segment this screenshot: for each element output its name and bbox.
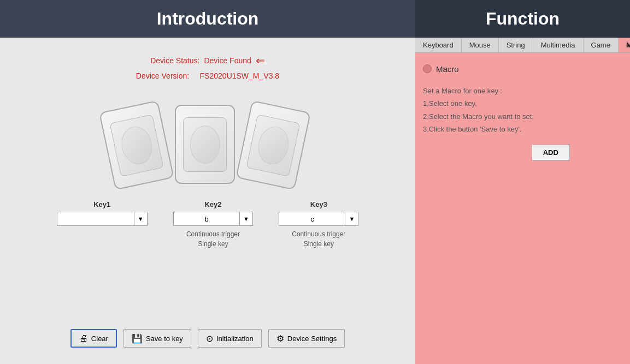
- macro-title: Macro: [436, 64, 459, 74]
- keyboard-image: [104, 91, 311, 184]
- func-header: Function: [415, 0, 630, 38]
- device-settings-button[interactable]: ⚙ Device Settings: [268, 329, 345, 348]
- settings-label: Device Settings: [287, 335, 337, 343]
- initialization-button[interactable]: ⊙ Initialization: [198, 329, 262, 348]
- key1-dropdown[interactable]: ▼: [57, 212, 148, 226]
- save-label: Save to key: [146, 335, 183, 343]
- tab-string[interactable]: String: [499, 38, 533, 52]
- key3-trigger: Continuous trigger Single key: [292, 229, 345, 249]
- save-to-key-button[interactable]: 💾 Save to key: [123, 329, 191, 348]
- key2-label: Key2: [204, 200, 221, 208]
- key2-value: b: [174, 215, 239, 223]
- clear-icon: 🖨: [79, 333, 88, 343]
- key3-arrow[interactable]: ▼: [345, 212, 358, 225]
- settings-icon: ⚙: [276, 333, 284, 344]
- macro-dot: [423, 64, 432, 73]
- device-status-value: Device Found: [204, 56, 251, 65]
- keys-selector-area: Key1 ▼ Key2 b ▼ Continuous trigger Singl…: [11, 200, 404, 249]
- tab-multimedia[interactable]: Multimedia: [533, 38, 584, 52]
- macro-instructions: Set a Macro for one key : 1,Select one k…: [423, 85, 630, 136]
- macro-header: Macro 📋: [423, 61, 630, 77]
- device-status: Device Status: Device Found ⇐: [150, 54, 265, 67]
- key1-selector: Key1 ▼: [57, 200, 148, 226]
- top-header: Introduction Function: [0, 0, 630, 38]
- key2-dropdown[interactable]: b ▼: [173, 212, 253, 226]
- key3-label: Key3: [310, 200, 327, 208]
- intro-title: Introduction: [157, 9, 259, 29]
- right-panel: Keyboard Mouse String Multimedia Game Ma…: [415, 38, 630, 364]
- init-icon: ⊙: [206, 333, 213, 344]
- left-panel: Device Status: Device Found ⇐ Device Ver…: [0, 38, 415, 364]
- func-title: Function: [486, 9, 560, 29]
- usb-icon: ⇐: [256, 54, 265, 67]
- macro-content: Macro 📋 Set a Macro for one key : 1,Sele…: [415, 53, 630, 364]
- macro-indicator: Macro: [423, 64, 459, 74]
- key1-arrow[interactable]: ▼: [134, 212, 147, 225]
- add-button[interactable]: ADD: [532, 145, 570, 160]
- device-version-label: Device Version:: [136, 71, 189, 80]
- main-area: Device Status: Device Found ⇐ Device Ver…: [0, 38, 630, 364]
- key3-dropdown[interactable]: c ▼: [279, 212, 358, 226]
- key-cap-right: [235, 100, 311, 190]
- init-label: Initialization: [216, 335, 254, 343]
- intro-header: Introduction: [0, 0, 415, 38]
- key2-arrow[interactable]: ▼: [239, 212, 252, 225]
- device-version: Device Version: FS2020U1SW_M_V3.8: [136, 71, 279, 80]
- tab-game[interactable]: Game: [584, 38, 619, 52]
- key3-selector: Key3 c ▼ Continuous trigger Single key: [279, 200, 358, 249]
- key-cap-center: [175, 105, 235, 184]
- tabs-bar: Keyboard Mouse String Multimedia Game Ma…: [415, 38, 630, 53]
- tab-macro[interactable]: Macro: [619, 38, 630, 52]
- tab-mouse[interactable]: Mouse: [462, 38, 499, 52]
- key-cap-left: [99, 100, 174, 190]
- clear-label: Clear: [91, 335, 108, 343]
- save-icon: 💾: [132, 333, 143, 344]
- tab-keyboard[interactable]: Keyboard: [415, 38, 462, 52]
- clear-button[interactable]: 🖨 Clear: [70, 329, 117, 348]
- key1-label: Key1: [93, 200, 110, 208]
- key3-value: c: [279, 215, 345, 223]
- key2-selector: Key2 b ▼ Continuous trigger Single key: [173, 200, 253, 249]
- bottom-buttons: 🖨 Clear 💾 Save to key ⊙ Initialization ⚙…: [70, 329, 345, 353]
- device-version-value: FS2020U1SW_M_V3.8: [200, 71, 280, 80]
- keys-container: [104, 91, 311, 184]
- device-status-label: Device Status:: [150, 56, 199, 65]
- key2-trigger: Continuous trigger Single key: [186, 229, 240, 249]
